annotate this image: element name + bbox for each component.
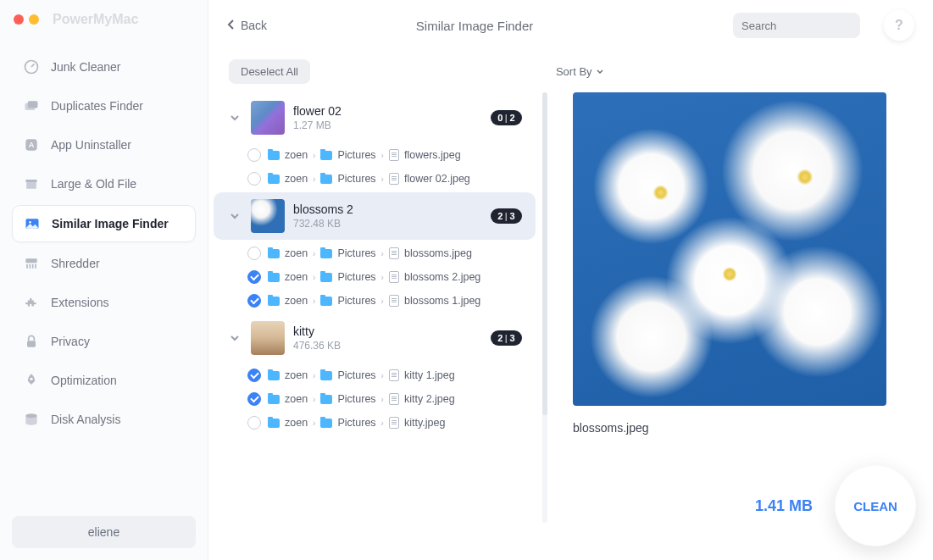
selection-badge: 2|3 bbox=[491, 330, 522, 346]
sidebar-item-label: Similar Image Finder bbox=[52, 217, 169, 230]
chevron-right-icon: › bbox=[313, 249, 315, 258]
checkbox[interactable] bbox=[247, 294, 261, 308]
sidebar-item-extensions[interactable]: Extensions bbox=[12, 285, 196, 320]
sidebar-item-similar-image[interactable]: Similar Image Finder bbox=[12, 205, 196, 242]
scrollbar[interactable] bbox=[542, 92, 547, 523]
deselect-all-button[interactable]: Deselect All bbox=[229, 59, 310, 84]
file-row[interactable]: zoen›Pictures›flowers.jpeg bbox=[208, 143, 541, 167]
search-box[interactable] bbox=[733, 13, 860, 38]
folder-icon bbox=[268, 175, 280, 184]
folder-icon bbox=[320, 273, 332, 282]
breadcrumb: zoen›Pictures›flower 02.jpeg bbox=[268, 173, 470, 185]
svg-rect-9 bbox=[25, 258, 36, 263]
file-row[interactable]: zoen›Pictures›kitty 1.jpeg bbox=[208, 363, 541, 387]
group-header[interactable]: blossoms 2732.48 KB2|3 bbox=[214, 192, 536, 240]
chevron-right-icon: › bbox=[381, 175, 384, 184]
checkbox[interactable] bbox=[247, 416, 261, 430]
file-name: kitty 1.jpeg bbox=[404, 369, 455, 381]
sidebar-item-optimization[interactable]: Optimization bbox=[12, 363, 196, 398]
checkbox[interactable] bbox=[247, 148, 261, 162]
chevron-right-icon: › bbox=[381, 419, 384, 428]
chevron-right-icon: › bbox=[313, 395, 315, 404]
archive-icon bbox=[22, 175, 41, 193]
svg-rect-5 bbox=[25, 180, 36, 182]
folders-icon bbox=[22, 97, 41, 115]
breadcrumb: zoen›Pictures›kitty 2.jpeg bbox=[268, 393, 455, 405]
group-size: 732.48 KB bbox=[293, 218, 482, 230]
scroll-thumb[interactable] bbox=[542, 92, 547, 415]
file-row[interactable]: zoen›Pictures›flower 02.jpeg bbox=[208, 167, 541, 191]
total-size: 1.41 MB bbox=[755, 497, 813, 515]
file-icon bbox=[389, 295, 399, 307]
checkbox[interactable] bbox=[247, 270, 261, 284]
help-button[interactable]: ? bbox=[884, 10, 914, 41]
breadcrumb: zoen›Pictures›kitty 1.jpeg bbox=[268, 369, 455, 381]
chevron-right-icon: › bbox=[381, 371, 384, 380]
chevron-right-icon: › bbox=[313, 371, 315, 380]
sidebar-item-shredder[interactable]: Shredder bbox=[12, 246, 196, 281]
chevron-right-icon: › bbox=[313, 151, 315, 160]
checkbox[interactable] bbox=[247, 247, 261, 260]
group-size: 476.36 KB bbox=[293, 340, 482, 352]
sidebar-item-label: App Uninstaller bbox=[51, 138, 131, 152]
selection-badge: 0|2 bbox=[491, 110, 522, 125]
folder-icon bbox=[320, 249, 332, 258]
file-name: kitty 2.jpeg bbox=[404, 393, 455, 405]
sidebar-item-disk-analysis[interactable]: Disk Analysis bbox=[12, 402, 196, 437]
sidebar-item-junk-cleaner[interactable]: Junk Cleaner bbox=[12, 49, 196, 85]
sidebar-item-label: Privacy bbox=[51, 335, 90, 348]
file-row[interactable]: zoen›Pictures›kitty 2.jpeg bbox=[208, 387, 541, 411]
file-row[interactable]: zoen›Pictures›kitty.jpeg bbox=[208, 411, 541, 435]
toolbar: Deselect All Sort By bbox=[208, 47, 933, 92]
folder-icon bbox=[320, 395, 332, 404]
sidebar-item-privacy[interactable]: Privacy bbox=[12, 324, 196, 359]
close-window-icon[interactable] bbox=[14, 14, 24, 25]
search-input[interactable] bbox=[741, 19, 884, 32]
group-header[interactable]: flower 021.27 MB0|2 bbox=[214, 94, 536, 141]
chevron-down-icon[interactable] bbox=[227, 114, 242, 122]
titlebar: PowerMyMac bbox=[0, 8, 208, 41]
minimize-window-icon[interactable] bbox=[29, 14, 39, 25]
chevron-down-icon[interactable] bbox=[227, 212, 242, 220]
file-name: flower 02.jpeg bbox=[404, 173, 470, 185]
chevron-right-icon: › bbox=[381, 273, 384, 282]
path-segment: Pictures bbox=[337, 393, 375, 405]
user-chip[interactable]: eliene bbox=[12, 516, 196, 548]
chevron-right-icon: › bbox=[313, 297, 315, 306]
breadcrumb: zoen›Pictures›blossoms 2.jpeg bbox=[268, 271, 480, 283]
clean-button[interactable]: CLEAN bbox=[835, 465, 916, 546]
checkbox[interactable] bbox=[247, 172, 261, 186]
file-name: blossoms.jpeg bbox=[404, 247, 472, 259]
sidebar-item-app-uninstaller[interactable]: A App Uninstaller bbox=[12, 127, 196, 163]
page-title: Similar Image Finder bbox=[228, 19, 721, 33]
main-panel: Back Similar Image Finder ? Deselect All… bbox=[208, 0, 933, 560]
lock-icon bbox=[22, 332, 41, 351]
app-title: PowerMyMac bbox=[53, 12, 138, 27]
file-row[interactable]: zoen›Pictures›blossoms.jpeg bbox=[208, 241, 541, 265]
checkbox[interactable] bbox=[247, 369, 261, 382]
chevron-right-icon: › bbox=[381, 297, 384, 306]
folder-icon bbox=[320, 151, 332, 160]
chevron-right-icon: › bbox=[381, 249, 384, 258]
checkbox[interactable] bbox=[247, 392, 261, 406]
sidebar-item-duplicates[interactable]: Duplicates Finder bbox=[12, 88, 196, 124]
sort-by-button[interactable]: Sort By bbox=[556, 65, 604, 78]
path-segment: zoen bbox=[285, 369, 308, 381]
path-segment: zoen bbox=[285, 173, 308, 185]
file-icon bbox=[389, 247, 399, 259]
group-thumbnail bbox=[251, 199, 285, 233]
sidebar-item-label: Junk Cleaner bbox=[51, 60, 121, 74]
group-header[interactable]: kitty476.36 KB2|3 bbox=[214, 314, 536, 362]
file-icon bbox=[389, 271, 399, 283]
path-segment: Pictures bbox=[337, 247, 375, 259]
chevron-down-icon[interactable] bbox=[227, 334, 242, 342]
path-segment: zoen bbox=[285, 247, 308, 259]
path-segment: Pictures bbox=[337, 173, 375, 185]
file-icon bbox=[389, 393, 399, 405]
group-name: blossoms 2 bbox=[293, 202, 482, 216]
folder-icon bbox=[268, 273, 280, 282]
file-row[interactable]: zoen›Pictures›blossoms 1.jpeg bbox=[208, 289, 541, 313]
sidebar-item-large-old[interactable]: Large & Old File bbox=[12, 166, 196, 202]
file-row[interactable]: zoen›Pictures›blossoms 2.jpeg bbox=[208, 265, 541, 289]
chevron-right-icon: › bbox=[381, 151, 384, 160]
